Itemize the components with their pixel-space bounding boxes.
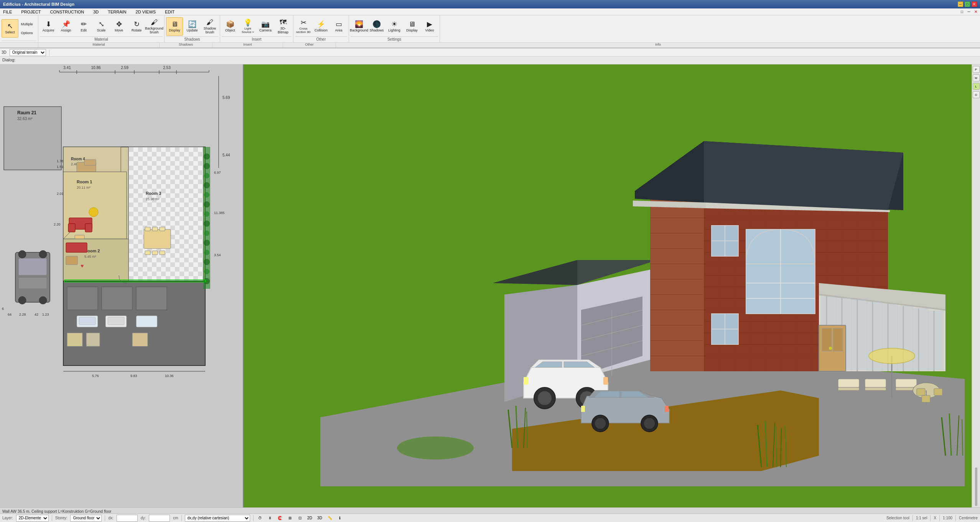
menu-construction[interactable]: CONSTRUCTION xyxy=(49,9,86,15)
light-source-btn[interactable]: 💡 Light Source > xyxy=(239,17,256,36)
move-btn[interactable]: ✥ Move xyxy=(110,17,127,36)
minimize-btn[interactable]: ─ xyxy=(958,2,963,7)
svg-rect-202 xyxy=(865,387,886,390)
lighting-btn[interactable]: ☀ Lighting xyxy=(386,17,403,36)
svg-point-85 xyxy=(204,192,209,198)
svg-rect-69 xyxy=(86,333,100,346)
shadows-settings-btn[interactable]: 🌑 Shadows xyxy=(368,17,385,36)
cross-section-btn[interactable]: ✂ Cross section 3D xyxy=(295,17,312,36)
scale-btn[interactable]: ⤡ Scale xyxy=(93,17,110,36)
svg-point-101 xyxy=(39,296,47,304)
menu-project[interactable]: PROJECT xyxy=(20,9,42,15)
svg-rect-210 xyxy=(934,389,942,395)
svg-point-87 xyxy=(204,211,209,217)
shadows-section-label: Shadows xyxy=(166,36,218,41)
app-title: Edificius - Architectural BIM Design xyxy=(3,2,74,7)
camera-btn[interactable]: 📷 Camera xyxy=(257,17,274,36)
background-settings-btn[interactable]: 🌄 Background xyxy=(351,17,367,36)
sidebar-btn-4[interactable]: O xyxy=(973,91,980,98)
svg-text:5.45 m²: 5.45 m² xyxy=(84,255,96,259)
nav-grid-btn[interactable]: ⊞ xyxy=(287,515,293,522)
svg-rect-66 xyxy=(108,317,124,325)
select-btn[interactable]: ↖ Select xyxy=(2,19,18,38)
svg-text:1.51: 1.51 xyxy=(57,165,64,169)
dy-input[interactable] xyxy=(149,515,170,522)
display-settings-btn[interactable]: 🖥 Display xyxy=(404,17,420,36)
nav-measure-btn[interactable]: 📏 xyxy=(326,515,333,522)
terrain-selector[interactable]: Original terrainModified terrainNone xyxy=(10,49,46,56)
area-btn[interactable]: ▭ Area xyxy=(330,17,347,36)
svg-rect-209 xyxy=(917,389,925,395)
background-brush-btn[interactable]: 🖌 Background brush xyxy=(146,17,163,36)
menu-edit[interactable]: EDIT xyxy=(163,9,176,15)
label-other: Other xyxy=(283,43,336,48)
svg-text:9.83: 9.83 xyxy=(130,374,137,378)
nav-info-btn[interactable]: ℹ xyxy=(336,515,343,522)
menu-2dviews[interactable]: 2D VIEWS xyxy=(134,9,158,15)
nav-snap-btn[interactable]: 🧲 xyxy=(277,515,283,522)
svg-text:25.90 m²: 25.90 m² xyxy=(146,197,160,201)
update-btn[interactable]: 🔄 Update xyxy=(184,17,201,36)
svg-point-99 xyxy=(39,250,47,258)
layer-selector[interactable]: 2D-Elemente xyxy=(16,515,49,522)
svg-text:5.76: 5.76 xyxy=(92,374,99,378)
svg-rect-31 xyxy=(85,224,92,232)
acquire-btn[interactable]: ⬇ Acquire xyxy=(40,17,57,36)
svg-rect-42 xyxy=(144,229,171,249)
settings-section-label: Settings xyxy=(351,36,438,41)
label-insert: Insert xyxy=(212,43,283,48)
nav-3d-btn[interactable]: 3D xyxy=(316,515,323,522)
menu-file[interactable]: FILE xyxy=(2,9,13,15)
svg-point-113 xyxy=(397,436,474,459)
multiple-btn[interactable]: Multiple xyxy=(19,20,35,28)
assign-btn[interactable]: 📌 Assign xyxy=(58,17,74,36)
nav-pause-btn[interactable]: ⏸ xyxy=(267,515,273,522)
nav-ortho-btn[interactable]: ⊡ xyxy=(296,515,303,522)
sidebar-btn-3[interactable]: L xyxy=(973,83,980,90)
maximize-btn[interactable]: □ xyxy=(965,2,970,7)
window-btn-2[interactable]: ─ xyxy=(966,9,972,15)
svg-text:Room 1: Room 1 xyxy=(77,179,92,184)
dx-input[interactable] xyxy=(117,515,138,522)
svg-point-198 xyxy=(829,347,832,350)
display-btn[interactable]: 🖥 Display xyxy=(166,17,183,36)
svg-point-89 xyxy=(204,231,209,236)
svg-rect-18 xyxy=(4,107,61,170)
svg-text:♥: ♥ xyxy=(81,263,84,269)
svg-rect-62 xyxy=(136,287,167,310)
window-btn-3[interactable]: ✕ xyxy=(973,9,978,15)
ribbon-section-shadows: 🖥 Display 🔄 Update 🖌 Shadow brush Shadow… xyxy=(165,15,220,42)
shadow-brush-btn[interactable]: 🖌 Shadow brush xyxy=(201,17,218,36)
svg-point-81 xyxy=(204,153,210,160)
object-btn[interactable]: 📦 Object xyxy=(222,17,239,36)
menu-terrain[interactable]: TERRAIN xyxy=(106,9,128,15)
storey-selector[interactable]: Ground floor1st floor2nd floorBasement xyxy=(70,515,102,522)
nav-2d-btn[interactable]: 2D xyxy=(306,515,313,522)
svg-rect-61 xyxy=(102,287,132,310)
svg-text:2.53: 2.53 xyxy=(163,66,171,70)
ribbon-section-insert: 📦 Object 💡 Light Source > 📷 Camera 🗺 3D-… xyxy=(220,15,293,42)
3d-bitmap-btn[interactable]: 🗺 3D-Bitmap xyxy=(275,17,292,36)
nav-clock-btn[interactable]: ⏱ xyxy=(257,515,264,522)
edit-btn[interactable]: ✏ Edit xyxy=(75,17,92,36)
options-btn[interactable]: Options xyxy=(19,29,35,37)
status-divider-4 xyxy=(253,515,254,521)
sidebar-btn-2[interactable]: M xyxy=(973,74,980,81)
scroll-bar[interactable] xyxy=(975,468,977,506)
sidebar-btn-1[interactable]: P xyxy=(973,66,980,73)
menu-3d[interactable]: 3D xyxy=(92,9,100,15)
rotate-btn[interactable]: ↻ Rotate xyxy=(128,17,145,36)
svg-rect-39 xyxy=(128,147,203,285)
status-right: Selection tool 1:1 sel X 1:100 Centimetr… xyxy=(886,515,978,521)
label-select xyxy=(0,43,38,48)
close-btn[interactable]: ✕ xyxy=(972,2,977,7)
window-btn-1[interactable]: □ xyxy=(959,9,965,15)
status-divider-5 xyxy=(912,515,913,521)
material-section-label: Material xyxy=(40,36,163,41)
ribbon-labels-row: Material Shadows Insert Other Info xyxy=(0,42,980,48)
coord-mode-selector[interactable]: dx,dy (relative cartesian) xyxy=(185,515,250,522)
svg-rect-201 xyxy=(865,379,886,387)
video-btn[interactable]: ▶ Video xyxy=(421,17,438,36)
collision-btn[interactable]: ⚡ Collision xyxy=(313,17,329,36)
svg-text:20.11 m²: 20.11 m² xyxy=(77,186,91,189)
